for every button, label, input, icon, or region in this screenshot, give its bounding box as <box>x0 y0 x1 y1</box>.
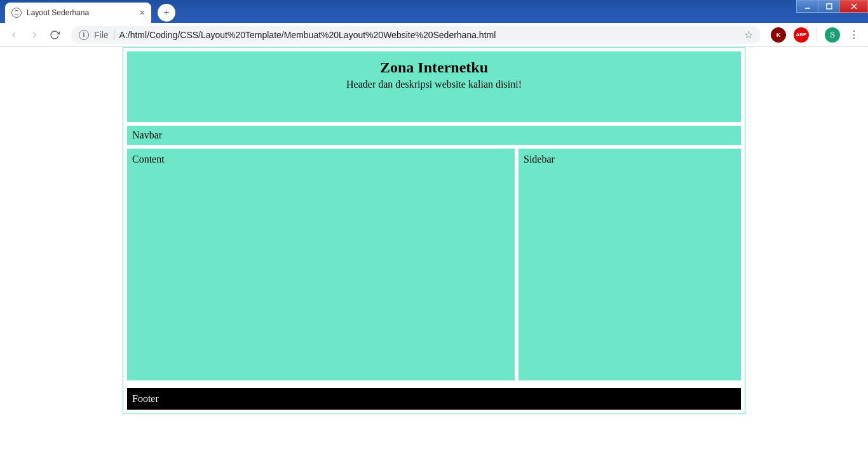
header-section: Zona Internetku Header dan deskripsi web… <box>127 51 741 122</box>
extension-abp-icon[interactable]: ABP <box>794 27 809 43</box>
menu-dots-icon[interactable]: ⋮ <box>845 26 863 44</box>
svg-rect-1 <box>827 4 832 9</box>
bookmark-star-icon[interactable]: ☆ <box>744 29 753 41</box>
footer-section: Footer <box>127 388 741 410</box>
extension-divider <box>817 29 817 41</box>
page-viewport: Zona Internetku Header dan deskripsi web… <box>0 47 868 458</box>
window-controls <box>797 0 868 13</box>
site-description: Header dan deskripsi website kalian disi… <box>132 79 736 90</box>
globe-icon <box>11 8 22 18</box>
toolbar: i File A:/html/Coding/CSS/Layout%20Templ… <box>0 23 868 47</box>
browser-tab[interactable]: Layout Sederhana × <box>5 3 151 23</box>
navbar-section: Navbar <box>127 126 741 145</box>
back-button[interactable] <box>5 26 23 44</box>
maximize-button[interactable] <box>818 0 840 13</box>
layout-container: Zona Internetku Header dan deskripsi web… <box>123 47 745 414</box>
navbar-label: Navbar <box>132 130 162 140</box>
url-scheme-label: File <box>94 30 109 40</box>
close-window-button[interactable] <box>839 0 868 13</box>
minimize-button[interactable] <box>796 0 818 13</box>
sidebar-section: Sidebar <box>519 149 741 380</box>
content-section: Content <box>127 149 515 380</box>
site-title: Zona Internetku <box>132 59 736 76</box>
forward-button[interactable] <box>25 26 43 44</box>
new-tab-button[interactable]: + <box>158 4 175 22</box>
site-info-icon[interactable]: i <box>79 30 89 40</box>
sidebar-label: Sidebar <box>524 154 555 164</box>
tab-title: Layout Sederhana <box>27 8 89 17</box>
address-bar[interactable]: i File A:/html/Coding/CSS/Layout%20Templ… <box>71 26 761 44</box>
reload-button[interactable] <box>46 26 64 44</box>
close-tab-icon[interactable]: × <box>140 8 145 18</box>
tab-bar: Layout Sederhana × + <box>0 0 868 23</box>
main-columns: Content Sidebar <box>127 149 741 384</box>
content-label: Content <box>132 154 165 164</box>
url-divider <box>114 30 114 40</box>
browser-chrome: Layout Sederhana × + i File A:/html/Codi… <box>0 0 868 47</box>
footer-label: Footer <box>132 393 159 404</box>
extension-k-icon[interactable]: K <box>771 27 786 43</box>
profile-avatar[interactable]: S <box>825 27 840 43</box>
url-text: A:/html/Coding/CSS/Layout%20Template/Mem… <box>119 30 739 40</box>
